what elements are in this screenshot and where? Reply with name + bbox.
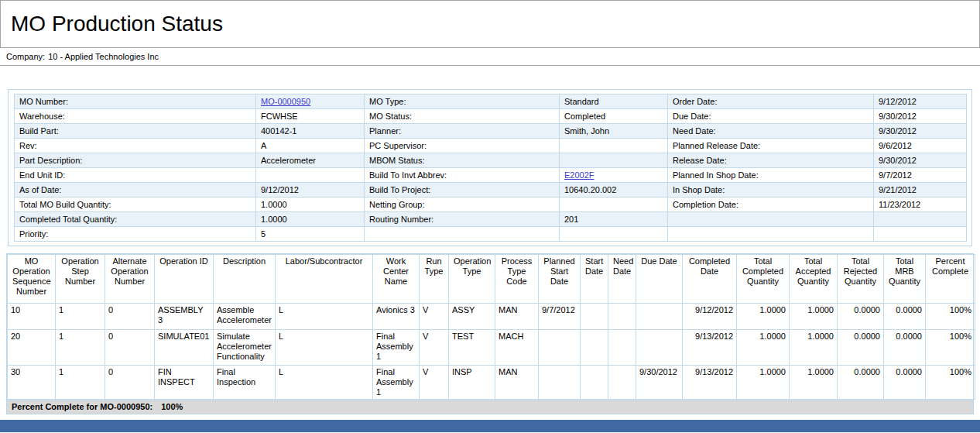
- operation-cell: [608, 330, 636, 366]
- detail-label: Due Date:: [668, 109, 874, 124]
- company-label: Company:: [6, 52, 45, 61]
- operation-cell: Avionics 3: [373, 304, 420, 330]
- operation-cell: SIMULATE01: [155, 330, 214, 366]
- detail-value: [874, 227, 967, 242]
- operation-cell: 0.0000: [838, 304, 884, 330]
- operation-cell: 10: [8, 304, 56, 330]
- detail-label: Warehouse:: [15, 109, 256, 124]
- detail-value: Completed: [560, 109, 668, 124]
- column-header: Work Center Name: [373, 255, 420, 304]
- detail-value: 9/12/2012: [256, 183, 365, 198]
- operation-cell: L: [276, 330, 373, 366]
- detail-label: As of Date:: [15, 183, 256, 198]
- detail-label: Order Date:: [668, 95, 874, 109]
- detail-label: Priority:: [15, 227, 256, 242]
- operation-cell: 30: [8, 366, 56, 400]
- detail-value: 1.0000: [256, 198, 365, 212]
- operation-cell: 20: [8, 330, 56, 366]
- detail-row: Part Description: Accelerometer MBOM Sta…: [15, 153, 967, 168]
- percent-complete-footer-value: 100%: [161, 402, 183, 411]
- detail-label: Completed Total Quantity:: [15, 212, 256, 227]
- column-header: Percent Complete: [926, 255, 975, 304]
- operation-cell: V: [420, 330, 449, 366]
- column-header: Start Date: [581, 255, 608, 304]
- column-header: Alternate Operation Number: [105, 255, 155, 304]
- detail-row: Total MO Build Quantity: 1.0000 Netting …: [15, 198, 967, 212]
- operation-cell: 0.0000: [884, 304, 926, 330]
- operation-cell: 0: [105, 304, 155, 330]
- operation-cell: 1: [56, 304, 105, 330]
- operation-cell: 1.0000: [737, 304, 790, 330]
- horizontal-scrollbar[interactable]: [0, 420, 980, 432]
- column-header: Operation ID: [155, 255, 214, 304]
- operation-cell: [608, 304, 636, 330]
- detail-value: MO-0000950: [256, 95, 365, 109]
- operation-cell: Final Assembly 1: [373, 330, 420, 366]
- operation-cell: 1.0000: [737, 366, 790, 400]
- operation-cell: 1: [56, 366, 105, 400]
- detail-label: MBOM Status:: [365, 153, 560, 168]
- percent-complete-footer-label: Percent Complete for MO-0000950:: [12, 402, 152, 411]
- operation-cell: 0: [105, 330, 155, 366]
- detail-label: Part Description:: [15, 153, 256, 168]
- detail-value: 10640.20.002: [560, 183, 668, 198]
- operation-cell: 1: [56, 330, 105, 366]
- column-header: Due Date: [636, 255, 683, 304]
- detail-value: E2002F: [560, 168, 668, 183]
- mo-number-link[interactable]: MO-0000950: [261, 97, 310, 106]
- operation-cell: [581, 366, 608, 400]
- detail-value: Standard: [560, 95, 668, 109]
- detail-label: Planner:: [365, 124, 560, 139]
- detail-row: Rev: A PC Supervisor: Planned Release Da…: [15, 139, 967, 153]
- detail-value: 9/30/2012: [874, 153, 967, 168]
- detail-label: Planned Release Date:: [668, 139, 874, 153]
- detail-label: MO Status:: [365, 109, 560, 124]
- detail-label: Release Date:: [668, 153, 874, 168]
- invt-abbrev-link[interactable]: E2002F: [564, 170, 595, 180]
- operation-cell: [636, 330, 683, 366]
- detail-label: Completion Date:: [668, 198, 874, 212]
- operation-cell: FIN INSPECT: [155, 366, 214, 400]
- detail-value: 9/12/2012: [874, 95, 967, 109]
- operation-cell: 0: [105, 366, 155, 400]
- operation-cell: 9/30/2012: [636, 366, 683, 400]
- detail-value: A: [256, 139, 365, 153]
- operation-cell: 100%: [926, 304, 975, 330]
- detail-value: 9/21/2012: [874, 183, 967, 198]
- detail-label: MO Type:: [365, 95, 560, 109]
- detail-value: 400142-1: [256, 124, 365, 139]
- detail-label: MO Number:: [15, 95, 256, 109]
- detail-row: As of Date: 9/12/2012 Build To Project: …: [15, 183, 967, 198]
- detail-label: Build To Project:: [365, 183, 560, 198]
- operation-row: 20 1 0 SIMULATE01 Simulate Accelerometer…: [8, 330, 975, 366]
- detail-value: 9/6/2012: [874, 139, 967, 153]
- detail-value: [560, 227, 668, 242]
- column-header: Need Date: [608, 255, 636, 304]
- operations-header-row: MO Operation Sequence Number Operation S…: [8, 255, 975, 304]
- detail-row: Priority: 5: [15, 227, 967, 242]
- detail-value: [560, 198, 668, 212]
- column-header: Operation Step Number: [56, 255, 105, 304]
- operation-cell: V: [420, 304, 449, 330]
- operation-row: 30 1 0 FIN INSPECT Final Inspection L Fi…: [8, 366, 975, 400]
- operation-cell: L: [276, 304, 373, 330]
- detail-value: FCWHSE: [256, 109, 365, 124]
- detail-value: 201: [560, 212, 668, 227]
- column-header: Total MRB Quantity: [884, 255, 926, 304]
- detail-label: End Unit ID:: [15, 168, 256, 183]
- detail-value: [874, 212, 967, 227]
- operation-cell: 0.0000: [838, 330, 884, 366]
- detail-label: Need Date:: [668, 124, 874, 139]
- column-header: Total Completed Quantity: [737, 255, 790, 304]
- operation-cell: 0.0000: [884, 366, 926, 400]
- operation-cell: Final Assembly 1: [373, 366, 420, 400]
- operation-cell: MAN: [495, 366, 539, 400]
- detail-label: [365, 227, 560, 242]
- operation-cell: 100%: [926, 330, 975, 366]
- operation-cell: MACH: [495, 330, 539, 366]
- operation-cell: 0.0000: [884, 330, 926, 366]
- operation-cell: MAN: [495, 304, 539, 330]
- operation-cell: [636, 304, 683, 330]
- operation-cell: 1.0000: [790, 304, 838, 330]
- operation-cell: TEST: [449, 330, 495, 366]
